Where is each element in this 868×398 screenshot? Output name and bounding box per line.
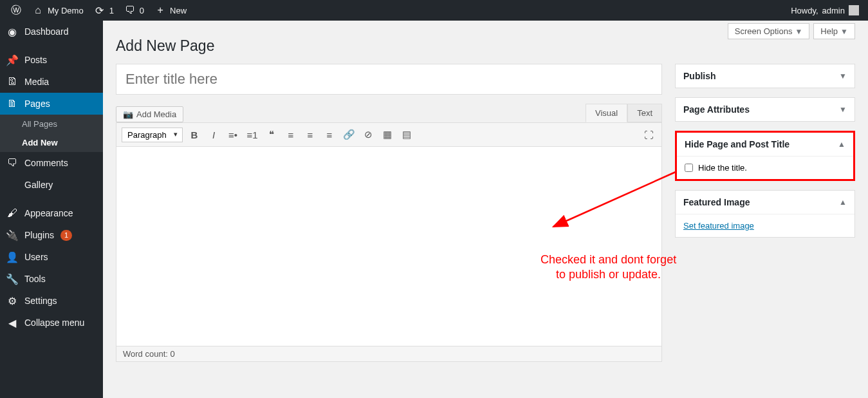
page-icon: 🗎 (6, 98, 18, 109)
submenu-pages: All Pages Add New (0, 115, 103, 152)
page-attributes-metabox: Page Attributes▼ (675, 97, 855, 122)
format-select[interactable]: Paragraph (122, 128, 183, 142)
new-content-link[interactable]: +New (149, 0, 192, 21)
menu-collapse[interactable]: ◀Collapse menu (0, 312, 103, 334)
chevron-down-icon: ▼ (840, 27, 848, 36)
set-featured-link[interactable]: Set featured image (683, 221, 754, 231)
align-center-button[interactable]: ≡ (302, 127, 318, 142)
main-content: Screen Options▼ Help▼ Add New Page 📷Add … (103, 21, 868, 398)
wp-logo[interactable]: ⓦ (5, 0, 27, 21)
plug-icon: 🔌 (6, 229, 18, 241)
wrench-icon: 🔧 (6, 273, 18, 285)
title-input[interactable] (116, 64, 662, 95)
submenu-all-pages[interactable]: All Pages (0, 115, 103, 133)
word-count: Word count: 0 (116, 346, 662, 362)
menu-tools[interactable]: 🔧Tools (0, 268, 103, 290)
blockquote-button[interactable]: ❝ (264, 127, 279, 142)
wordpress-icon: ⓦ (10, 5, 22, 16)
dashboard-icon: ◉ (6, 26, 18, 37)
hide-title-checkbox[interactable] (685, 164, 693, 172)
menu-posts[interactable]: 📌Posts (0, 49, 103, 71)
updates-link[interactable]: ⟳1 (89, 0, 119, 21)
page-title: Add New Page (116, 37, 855, 55)
fullscreen-button[interactable]: ⛶ (641, 127, 656, 142)
menu-comments[interactable]: 🗨Comments (0, 152, 103, 174)
submenu-add-new[interactable]: Add New (0, 133, 103, 152)
media-icon: 🖻 (6, 76, 18, 88)
toolbar-toggle-button[interactable]: ▤ (399, 127, 414, 142)
comments-count: 0 (140, 6, 144, 15)
pin-icon: 📌 (6, 54, 18, 66)
howdy-prefix: Howdy, (791, 6, 818, 15)
help-button[interactable]: Help▼ (813, 23, 855, 39)
menu-users[interactable]: 👤Users (0, 246, 103, 268)
plugins-badge: 1 (60, 230, 72, 241)
avatar (849, 5, 859, 15)
editor-canvas[interactable] (116, 147, 662, 346)
site-name: My Demo (48, 6, 84, 15)
menu-pages[interactable]: 🗎Pages (0, 93, 103, 115)
featured-image-metabox: Featured Image▲ Set featured image (675, 190, 855, 238)
menu-gallery[interactable]: •Gallery (0, 174, 103, 196)
chevron-up-icon: ▲ (838, 140, 845, 149)
comments-icon: 🗨 (6, 157, 18, 169)
tab-visual[interactable]: Visual (586, 104, 627, 122)
new-label: New (170, 6, 187, 15)
italic-button[interactable]: I (206, 127, 221, 142)
plus-icon: + (154, 5, 166, 16)
publish-metabox: Publish▼ (675, 64, 855, 88)
insert-more-button[interactable]: ▦ (380, 127, 395, 142)
sliders-icon: ⚙ (6, 295, 18, 307)
bullet-list-button[interactable]: ≡• (225, 127, 241, 142)
hide-title-label: Hide the title. (698, 163, 747, 173)
screen-options-button[interactable]: Screen Options▼ (728, 23, 810, 39)
admin-sidebar: ◉Dashboard 📌Posts 🖻Media 🗎Pages All Page… (0, 21, 103, 398)
site-name-link[interactable]: ⌂My Demo (27, 0, 89, 21)
menu-appearance[interactable]: 🖌Appearance (0, 202, 103, 224)
chevron-down-icon: ▼ (839, 71, 847, 81)
camera-icon: 📷 (123, 109, 133, 119)
comment-icon: 🗨 (124, 5, 136, 16)
hide-title-row[interactable]: Hide the title. (685, 163, 845, 173)
menu-settings[interactable]: ⚙Settings (0, 290, 103, 312)
menu-dashboard[interactable]: ◉Dashboard (0, 21, 103, 43)
chevron-down-icon: ▼ (839, 105, 847, 114)
collapse-icon: ◀ (6, 317, 18, 328)
featured-toggle[interactable]: Featured Image▲ (676, 191, 854, 214)
link-button[interactable]: 🔗 (341, 127, 356, 142)
menu-plugins[interactable]: 🔌Plugins1 (0, 224, 103, 246)
add-media-button[interactable]: 📷Add Media (116, 106, 183, 122)
unlink-button[interactable]: ⊘ (360, 127, 376, 142)
chevron-down-icon: ▼ (795, 27, 802, 36)
bold-button[interactable]: B (187, 127, 202, 142)
menu-media[interactable]: 🖻Media (0, 71, 103, 93)
user-icon: 👤 (6, 251, 18, 263)
admin-bar: ⓦ ⌂My Demo ⟳1 🗨0 +New Howdy, admin (0, 0, 868, 21)
numbered-list-button[interactable]: ≡1 (245, 127, 260, 142)
brush-icon: 🖌 (6, 207, 18, 219)
page-attr-toggle[interactable]: Page Attributes▼ (676, 98, 854, 121)
comments-link[interactable]: 🗨0 (119, 0, 149, 21)
align-right-button[interactable]: ≡ (322, 127, 337, 142)
editor-toolbar: Paragraph B I ≡• ≡1 ❝ ≡ ≡ ≡ 🔗 ⊘ ▦ ▤ ⛶ (116, 122, 662, 147)
chevron-up-icon: ▲ (839, 198, 847, 207)
account-link[interactable]: Howdy, admin (791, 5, 863, 15)
hide-title-toggle[interactable]: Hide Page and Post Title▲ (677, 133, 853, 156)
updates-count: 1 (109, 6, 114, 15)
publish-toggle[interactable]: Publish▼ (676, 64, 854, 88)
refresh-icon: ⟳ (94, 5, 106, 16)
align-left-button[interactable]: ≡ (283, 127, 299, 142)
howdy-user: admin (822, 6, 845, 15)
hide-title-metabox: Hide Page and Post Title▲ Hide the title… (675, 131, 855, 181)
home-icon: ⌂ (32, 5, 44, 16)
tab-text[interactable]: Text (627, 104, 662, 122)
